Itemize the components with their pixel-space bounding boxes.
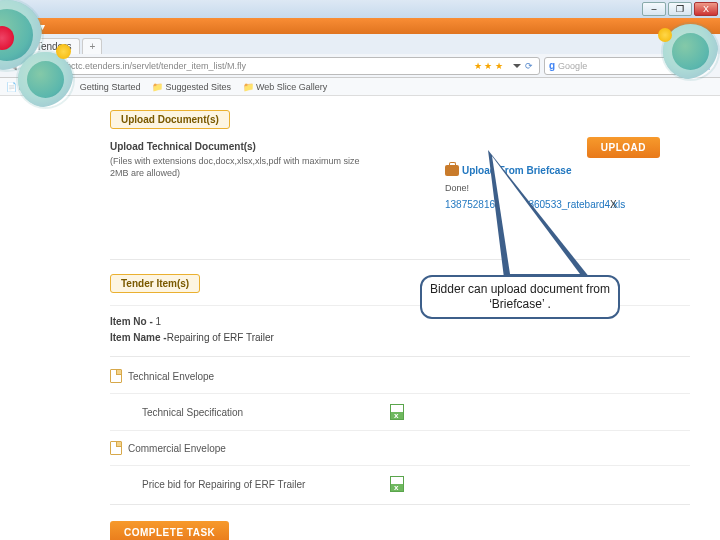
window-titlebar: – ❐ X — [0, 0, 720, 18]
technical-spec-label: Technical Specification — [110, 407, 390, 418]
bookmark-suggested-sites[interactable]: 📁 Suggested Sites — [152, 82, 231, 92]
divider — [110, 393, 690, 394]
upload-status: Done! — [445, 183, 469, 193]
nav-toolbar: ◄ ► bctc.etenders.in/servlet/tender_item… — [0, 54, 720, 78]
technical-envelope-row[interactable]: Technical Envelope — [110, 365, 690, 387]
window-close-button[interactable]: X — [694, 2, 718, 16]
commercial-envelope-label: Commercial Envelope — [128, 443, 226, 454]
tab-strip: e-Tenders + — [0, 34, 720, 54]
bookmark-web-slice[interactable]: 📁 Web Slice Gallery — [243, 82, 327, 92]
price-bid-row: Price bid for Repairing of ERF Trailer — [110, 472, 690, 496]
rating-stars: ★ ★ ★ — [474, 61, 503, 71]
technical-envelope-label: Technical Envelope — [128, 371, 214, 382]
divider — [110, 430, 690, 431]
divider — [110, 259, 690, 260]
dropdown-icon[interactable] — [510, 61, 520, 71]
document-icon — [110, 441, 122, 455]
item-no-value: 1 — [156, 316, 162, 327]
bookmarks-toolbar: 📄 Most Visited Getting Started 📁 Suggest… — [0, 78, 720, 96]
technical-specification-row: Technical Specification — [110, 400, 690, 424]
divider — [110, 504, 690, 505]
callout-arrow — [470, 150, 600, 290]
divider — [110, 356, 690, 357]
search-placeholder: Google — [558, 61, 587, 71]
bookmark-getting-started[interactable]: Getting Started — [80, 82, 141, 92]
callout-text: Bidder can upload document from ‘Briefca… — [428, 282, 612, 312]
item-name-label: Item Name - — [110, 332, 167, 343]
briefcase-icon — [445, 165, 459, 176]
url-bar[interactable]: bctc.etenders.in/servlet/tender_item_lis… — [48, 57, 540, 75]
decor-dot — [56, 44, 71, 59]
complete-task-button[interactable]: COMPLETE TASK — [110, 521, 229, 540]
url-text: bctc.etenders.in/servlet/tender_item_lis… — [66, 61, 246, 71]
remove-file-button[interactable]: X — [610, 199, 617, 210]
xls-file-icon[interactable] — [390, 404, 404, 420]
item-no-label: Item No - — [110, 316, 156, 327]
tender-items-header: Tender Item(s) — [110, 274, 200, 293]
decor-swirl — [18, 52, 73, 107]
document-icon — [110, 369, 122, 383]
divider — [110, 465, 690, 466]
annotation-callout: Bidder can upload document from ‘Briefca… — [420, 275, 620, 319]
firefox-menu-button[interactable]: Firefox▾ — [0, 18, 720, 34]
decor-dot — [658, 28, 672, 42]
upload-documents-header: Upload Document(s) — [110, 110, 230, 129]
google-icon: g — [549, 60, 555, 71]
window-maximize-button[interactable]: ❐ — [668, 2, 692, 16]
reload-button[interactable]: ⟳ — [525, 61, 533, 71]
item-name-value: Repairing of ERF Trailer — [167, 332, 274, 343]
new-tab-button[interactable]: + — [82, 38, 102, 54]
window-minimize-button[interactable]: – — [642, 2, 666, 16]
upload-area: Upload Technical Document(s) (Files with… — [110, 141, 690, 251]
xls-file-icon[interactable] — [390, 476, 404, 492]
commercial-envelope-row[interactable]: Commercial Envelope — [110, 437, 690, 459]
price-bid-label: Price bid for Repairing of ERF Trailer — [110, 479, 390, 490]
upload-hint: (Files with extensions doc,docx,xlsx,xls… — [110, 156, 360, 179]
